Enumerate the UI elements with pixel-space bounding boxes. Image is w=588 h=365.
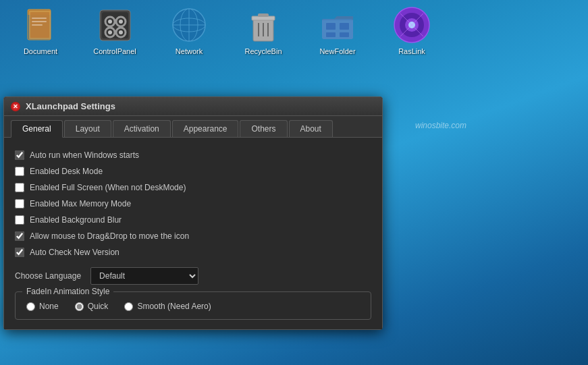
checkbox-row-max-memory: Enabled Max Memory Mode xyxy=(15,196,371,212)
close-button[interactable]: ✕ xyxy=(11,102,20,111)
radio-label-none: None xyxy=(39,302,59,311)
tabs-bar: GeneralLayoutActivationAppearanceOthersA… xyxy=(4,116,382,138)
dialog-content: Auto run when Windows starts Enabled Des… xyxy=(4,138,382,329)
radio-smooth[interactable] xyxy=(124,302,133,311)
newfolder-icon xyxy=(319,7,356,44)
desktop-icon-network[interactable]: Network xyxy=(162,7,216,55)
checkbox-row-check-version: Auto Check New Version xyxy=(15,244,371,260)
network-label: Network xyxy=(176,47,203,55)
checkbox-auto-run[interactable] xyxy=(15,150,24,160)
watermark-1: winosbite.com xyxy=(415,121,466,130)
checkbox-row-full-screen: Enabled Full Screen (When not DeskMode) xyxy=(15,179,371,196)
svg-point-13 xyxy=(108,20,112,24)
checkbox-label-full-screen: Enabled Full Screen (When not DeskMode) xyxy=(30,183,186,192)
checkbox-row-drag-drop: Allow mouse to Drag&Drop to move the ico… xyxy=(15,228,371,244)
checkbox-drag-drop[interactable] xyxy=(15,231,24,241)
language-label: Choose Language xyxy=(15,271,81,281)
checkbox-max-memory[interactable] xyxy=(15,199,24,208)
desktop-icons-area: Document ControlPanel Network xyxy=(0,0,588,62)
recyclebin-icon xyxy=(245,7,282,44)
svg-rect-8 xyxy=(32,21,47,22)
network-icon xyxy=(171,7,208,44)
newfolder-label: NewFolder xyxy=(319,47,355,55)
desktop-icon-raslink[interactable]: RasLink xyxy=(385,7,439,55)
tab-layout[interactable]: Layout xyxy=(64,120,111,137)
checkbox-label-auto-run: Auto run when Windows starts xyxy=(30,150,139,160)
svg-rect-27 xyxy=(258,13,269,17)
radio-row: None Quick Smooth (Need Aero) xyxy=(26,302,360,311)
document-label: Document xyxy=(24,47,57,55)
tab-appearance[interactable]: Appearance xyxy=(172,120,239,137)
svg-rect-9 xyxy=(32,24,43,26)
checkbox-row-auto-run: Auto run when Windows starts xyxy=(15,147,371,163)
svg-rect-36 xyxy=(340,32,349,37)
svg-rect-33 xyxy=(326,23,336,30)
svg-point-15 xyxy=(119,20,123,24)
radio-option-none[interactable]: None xyxy=(26,302,59,311)
raslink-label: RasLink xyxy=(398,47,425,55)
desktop-icon-document[interactable]: Document xyxy=(14,7,68,55)
radio-quick[interactable] xyxy=(75,302,84,311)
radio-label-quick: Quick xyxy=(88,302,109,311)
checkbox-label-drag-drop: Allow mouse to Drag&Drop to move the ico… xyxy=(30,231,189,241)
document-icon xyxy=(22,7,59,44)
recyclebin-label: RecycleBin xyxy=(244,47,282,55)
controlpanel-icon xyxy=(97,7,134,44)
desktop-icon-controlpanel[interactable]: ControlPanel xyxy=(88,7,142,55)
desktop-icon-newfolder[interactable]: NewFolder xyxy=(311,7,365,55)
fadein-legend: FadeIn Animation Style xyxy=(22,287,113,296)
tab-others[interactable]: Others xyxy=(240,120,287,137)
svg-rect-34 xyxy=(340,23,349,30)
checkbox-check-version[interactable] xyxy=(15,248,24,257)
controlpanel-label: ControlPanel xyxy=(93,47,136,55)
svg-rect-35 xyxy=(326,32,336,37)
svg-point-17 xyxy=(108,30,112,34)
settings-dialog: ✕ XLaunchpad Settings GeneralLayoutActiv… xyxy=(3,96,383,330)
checkbox-desk-mode[interactable] xyxy=(15,167,24,176)
language-select[interactable]: DefaultEnglishChineseJapaneseKoreanFrenc… xyxy=(90,267,198,285)
tab-activation[interactable]: Activation xyxy=(113,120,171,137)
checkbox-bg-blur[interactable] xyxy=(15,215,24,225)
checkbox-full-screen[interactable] xyxy=(15,183,24,192)
language-row: Choose Language DefaultEnglishChineseJap… xyxy=(15,267,371,285)
radio-option-quick[interactable]: Quick xyxy=(75,302,109,311)
radio-label-smooth: Smooth (Need Aero) xyxy=(137,302,211,311)
tab-general[interactable]: General xyxy=(11,120,63,138)
svg-rect-7 xyxy=(32,18,47,19)
checkbox-row-desk-mode: Enabled Desk Mode xyxy=(15,163,371,179)
checkbox-label-desk-mode: Enabled Desk Mode xyxy=(30,167,103,176)
checkbox-row-bg-blur: Enabled Background Blur xyxy=(15,212,371,228)
svg-point-19 xyxy=(119,30,123,34)
tab-about[interactable]: About xyxy=(289,120,333,137)
checkbox-label-check-version: Auto Check New Version xyxy=(30,248,119,257)
desktop-icon-recyclebin[interactable]: RecycleBin xyxy=(236,7,290,55)
dialog-titlebar: ✕ XLaunchpad Settings xyxy=(4,97,382,116)
dialog-title: XLaunchpad Settings xyxy=(26,101,115,111)
radio-option-smooth[interactable]: Smooth (Need Aero) xyxy=(124,302,211,311)
checkbox-label-bg-blur: Enabled Background Blur xyxy=(30,215,122,225)
radio-none[interactable] xyxy=(26,302,35,311)
raslink-icon xyxy=(394,7,431,44)
checkbox-label-max-memory: Enabled Max Memory Mode xyxy=(30,199,131,208)
fadein-group: FadeIn Animation Style None Quick Smooth… xyxy=(15,291,371,320)
